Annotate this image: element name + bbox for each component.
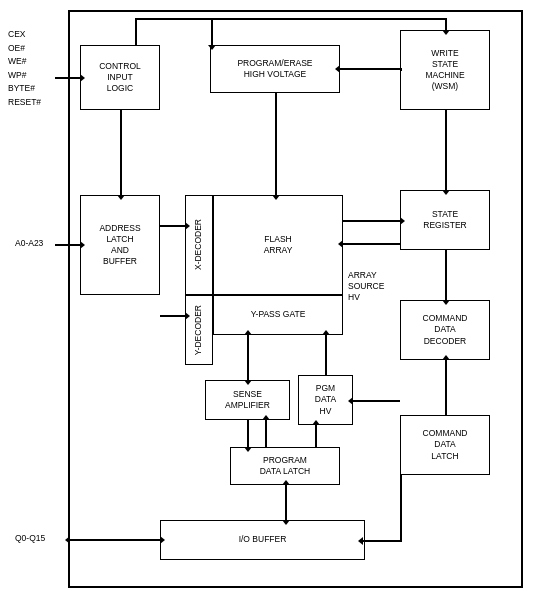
line-cdd-pgm (355, 400, 400, 402)
line-pgm-to-ypg (325, 335, 327, 375)
input-signals-label: CEXOE#WE#WP#BYTE#RESET# (8, 28, 41, 110)
arrow-wsm-to-pe (340, 68, 402, 70)
arrow-ypg-to-sa-down (247, 375, 249, 380)
arrow-addr-to-ydec (160, 315, 185, 317)
arrow-top-wsm (445, 28, 447, 30)
io-buffer-block: I/O BUFFER (160, 520, 365, 560)
arrow-pgm-ypg (325, 335, 327, 340)
y-decoder-block: Y-DECODER (185, 295, 213, 365)
flash-array-block: FLASHARRAY (213, 195, 343, 295)
line-right-v (445, 360, 447, 415)
line-fa-to-sr (343, 220, 400, 222)
dot1 (400, 69, 402, 71)
arrow-sa-down (247, 445, 249, 447)
arrow-addr-to-xdec (160, 225, 185, 227)
command-data-latch-block: COMMANDDATALATCH (400, 415, 490, 475)
line-pe-down (275, 93, 277, 195)
state-register-block: STATEREGISTER (400, 190, 490, 250)
y-pass-gate-block: Y-PASS GATE (213, 295, 343, 335)
write-state-machine-block: WRITESTATEMACHINE(WSM) (400, 30, 490, 110)
program-erase-hv-block: PROGRAM/ERASEHIGH VOLTAGE (210, 45, 340, 93)
sense-amplifier-block: SENSEAMPLIFIER (205, 380, 290, 420)
line-cdd-to-fa-h (345, 243, 400, 245)
arrow-to-pe (211, 18, 213, 45)
arrow-io-double (70, 539, 160, 541)
address-latch-buffer-block: ADDRESSLATCHANDBUFFER (80, 195, 160, 295)
arrow-address-in (55, 244, 80, 246)
arrow-io-up (285, 485, 287, 490)
arrow-inputs-to-control (55, 77, 80, 79)
arrow-cdd-to-fa (343, 243, 345, 245)
control-input-logic-block: CONTROLINPUTLOGIC (80, 45, 160, 110)
line-ypg-to-sa (247, 335, 249, 380)
address-label: A0-A23 (15, 238, 43, 249)
arrow-pdl-to-io (285, 515, 287, 520)
pgm-data-hv-block: PGMDATAHV (298, 375, 353, 425)
arrow-pdl-up2 (315, 425, 317, 430)
arrow-cdl-io (363, 540, 365, 542)
line-cdl-v (400, 475, 402, 540)
arrow-sr-to-cdd (445, 250, 447, 300)
line-sa-down (247, 420, 249, 447)
arrow-to-addr (120, 190, 122, 195)
line-control-to-addr (120, 110, 122, 195)
line-cdl-io (365, 540, 402, 542)
line-control-up (135, 18, 137, 45)
arrow-cdd-pgm (353, 400, 355, 402)
array-source-hv-label: ARRAYSOURCEHV (348, 270, 403, 303)
arrow-wsm-to-sr (445, 110, 447, 190)
arrow-ypg-sa-up (247, 335, 249, 340)
block-diagram: CEXOE#WE#WP#BYTE#RESET# CONTROLINPUTLOGI… (0, 0, 535, 599)
x-decoder-block: X-DECODER (185, 195, 213, 295)
line-top-long (135, 18, 445, 20)
arrow-pdl-up1 (265, 420, 267, 425)
arrow-fa-sr (398, 220, 400, 222)
arrow-pe-fa (275, 192, 277, 195)
io-label: Q0-Q15 (15, 533, 45, 544)
command-data-decoder-block: COMMANDDATADECODER (400, 300, 490, 360)
